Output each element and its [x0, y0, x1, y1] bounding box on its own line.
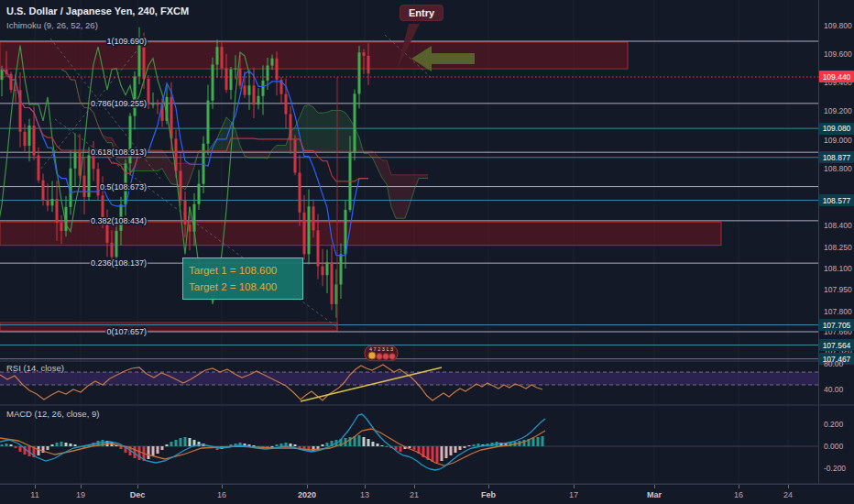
- time-axis[interactable]: 1119Dec1620201321Feb17Mar1624: [0, 484, 854, 504]
- ichimoku-cloud: [107, 137, 112, 143]
- time-tick: [788, 485, 789, 488]
- ichimoku-cloud: [313, 107, 318, 151]
- macd-histogram-bar: [60, 442, 63, 446]
- macd-histogram-bar: [537, 437, 540, 446]
- price-level-badge: 107.564: [819, 339, 854, 351]
- macd-histogram-bar: [189, 438, 192, 446]
- chart-canvas[interactable]: 1(109.690)0.786(109.255)0.618(108.913)0.…: [0, 0, 854, 504]
- time-axis-label: 13: [360, 490, 369, 499]
- ichimoku-cloud: [318, 113, 323, 151]
- macd-histogram-bar: [468, 445, 471, 446]
- price-axis-label: 108.800: [824, 164, 852, 173]
- macd-histogram-bar: [464, 446, 466, 448]
- macd-histogram-bar: [157, 446, 159, 454]
- time-axis-label: 21: [410, 490, 419, 499]
- macd-histogram-bar: [285, 443, 288, 446]
- price-axis-label: 108.100: [824, 264, 852, 273]
- price-pane[interactable]: 1(109.690)0.786(109.255)0.618(108.913)0.…: [0, 24, 818, 361]
- macd-histogram-bar: [138, 446, 141, 460]
- macd-histogram-bar: [290, 444, 292, 446]
- idea-reactions[interactable]: 4 7 2 3 1 3: [365, 345, 398, 361]
- macd-histogram-bar: [363, 437, 366, 446]
- target-2-text: Target 2 = 108.400: [189, 279, 297, 295]
- ichimoku-cloud: [341, 110, 345, 151]
- entry-callout[interactable]: Entry: [400, 5, 443, 21]
- price-axis-label: 109.000: [824, 136, 852, 145]
- fib-label: 0.382(108.434): [91, 216, 147, 225]
- fib-label: 0.618(108.913): [91, 148, 147, 157]
- macd-histogram-bar: [445, 446, 448, 458]
- macd-histogram-bar: [299, 446, 301, 448]
- supply-demand-zone[interactable]: [0, 42, 628, 69]
- macd-histogram-bar: [19, 446, 22, 452]
- ichimoku-cloud: [153, 150, 158, 171]
- ichimoku-legend[interactable]: Ichimoku (9, 26, 52, 26): [6, 19, 189, 32]
- price-axis[interactable]: 109.800109.600109.400109.200109.000108.8…: [818, 0, 854, 484]
- time-axis-label: 19: [76, 490, 85, 499]
- ichimoku-cloud: [148, 150, 153, 171]
- ichimoku-cloud: [400, 175, 405, 218]
- macd-histogram-bar: [170, 442, 173, 446]
- macd-histogram-bar: [38, 446, 40, 455]
- indicator-axis-label: 40.00: [824, 385, 843, 394]
- reaction-emoji-icon: [389, 354, 396, 360]
- macd-histogram-bar: [432, 446, 434, 462]
- price-level-badge: 109.080: [819, 123, 854, 135]
- fib-label: 0.786(109.255): [91, 99, 147, 108]
- fib-label: 0.236(108.137): [91, 258, 147, 268]
- time-tick: [414, 485, 415, 488]
- macd-histogram-bar: [47, 446, 49, 450]
- ichimoku-cloud: [396, 175, 400, 218]
- rsi-band: [0, 372, 818, 385]
- macd-histogram-bar: [386, 446, 389, 447]
- time-tick: [307, 485, 308, 488]
- macd-histogram-bar: [322, 444, 324, 446]
- target-note[interactable]: Target 1 = 108.600 Target 2 = 108.400: [182, 257, 303, 300]
- price-axis-label: 108.400: [824, 221, 852, 230]
- macd-histogram-bar: [358, 435, 361, 446]
- macd-histogram-bar: [459, 446, 462, 450]
- rsi-pane[interactable]: [0, 365, 818, 401]
- price-axis-label: 107.800: [824, 307, 852, 316]
- macd-histogram-bar: [65, 443, 68, 446]
- macd-histogram-bar: [473, 444, 476, 446]
- macd-histogram-bar: [70, 444, 72, 446]
- time-axis-label: Dec: [130, 490, 146, 499]
- macd-histogram-bar: [400, 446, 402, 452]
- time-axis-label: Mar: [647, 490, 662, 499]
- price-level-badge: 108.877: [819, 151, 854, 163]
- ichimoku-cloud: [277, 146, 281, 152]
- rsi-indicator-label[interactable]: RSI (14, close): [6, 363, 64, 373]
- fib-label: 0(107.657): [106, 327, 147, 336]
- macd-histogram-bar: [175, 440, 178, 446]
- time-tick: [222, 485, 223, 488]
- macd-histogram-bar: [161, 446, 164, 450]
- macd-histogram-bar: [413, 446, 416, 450]
- ichimoku-cloud: [419, 175, 423, 179]
- time-tick: [81, 485, 82, 488]
- time-axis-label: 17: [569, 490, 578, 499]
- macd-histogram-bar: [74, 444, 77, 446]
- price-axis-label: 107.950: [824, 285, 852, 294]
- macd-indicator-label[interactable]: MACD (12, 26, close, 9): [6, 409, 99, 419]
- time-axis-label: Feb: [481, 490, 496, 499]
- macd-histogram-bar: [436, 446, 439, 463]
- reaction-emoji-icon: [377, 354, 383, 360]
- macd-histogram-bar: [148, 446, 150, 459]
- macd-histogram-bar: [15, 446, 17, 448]
- time-axis-label: 2020: [298, 490, 316, 499]
- chart-legend[interactable]: U.S. Dollar / Japanese Yen, 240, FXCM Ic…: [6, 5, 189, 32]
- symbol-title[interactable]: U.S. Dollar / Japanese Yen, 240, FXCM: [6, 5, 189, 17]
- time-axis-label: 16: [734, 490, 743, 499]
- trading-chart-window: 1(109.690)0.786(109.255)0.618(108.913)0.…: [0, 0, 854, 504]
- time-tick: [137, 485, 138, 488]
- price-axis-label: 108.250: [824, 243, 852, 252]
- macd-line: [0, 414, 545, 470]
- macd-pane[interactable]: [0, 414, 818, 470]
- macd-histogram-bar: [454, 446, 457, 453]
- price-axis-label: 109.800: [824, 21, 852, 30]
- macd-histogram-bar: [372, 442, 375, 446]
- supply-demand-zone[interactable]: [0, 323, 337, 331]
- macd-histogram-bar: [532, 438, 535, 446]
- macd-histogram-bar: [294, 444, 297, 446]
